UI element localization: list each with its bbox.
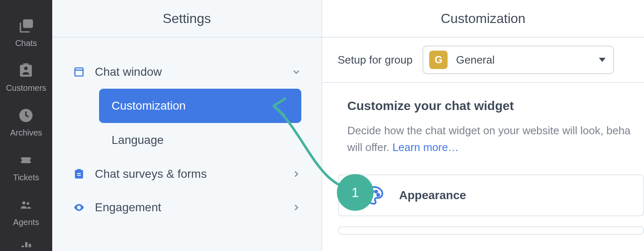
- rail-item-label: Chats: [15, 38, 37, 48]
- customers-icon: [18, 62, 34, 79]
- settings-title: Settings: [163, 11, 211, 26]
- group-name: General: [456, 54, 591, 67]
- palette-icon: [364, 185, 384, 205]
- group-badge: G: [429, 51, 448, 69]
- rail-item-tickets[interactable]: Tickets: [13, 152, 39, 182]
- main-header: Customization: [322, 0, 644, 38]
- rail-item-label: Customers: [6, 83, 46, 93]
- submenu-customization[interactable]: Customization: [99, 89, 301, 123]
- svg-point-2: [20, 159, 22, 161]
- nav-rail: Chats Customers Archives Tickets Agents: [0, 0, 52, 251]
- card-appearance[interactable]: Appearance: [338, 174, 644, 216]
- svg-point-3: [30, 159, 32, 161]
- desc-line-2: will offer.: [347, 141, 392, 154]
- archives-icon: [18, 107, 34, 124]
- submenu-label: Customization: [112, 99, 186, 113]
- svg-point-13: [371, 190, 373, 192]
- rail-item-agents[interactable]: Agents: [13, 197, 39, 227]
- category-chat-window[interactable]: Chat window: [52, 55, 321, 89]
- chevron-down-icon: [291, 67, 301, 77]
- rail-item-label: Tickets: [13, 173, 39, 182]
- section-heading: Customize your chat widget: [347, 99, 644, 113]
- section-description: Decide how the chat widget on your websi…: [347, 122, 644, 156]
- chevron-right-icon: [291, 169, 301, 179]
- rail-item-label: Archives: [10, 128, 42, 138]
- svg-point-5: [27, 202, 29, 205]
- category-label: Chat window: [95, 65, 281, 79]
- category-surveys[interactable]: Chat surveys & forms: [52, 157, 321, 191]
- svg-rect-8: [28, 244, 31, 247]
- group-row: Setup for group G General: [322, 38, 644, 83]
- card-label: Appearance: [399, 189, 466, 202]
- eye-icon: [73, 202, 85, 213]
- submenu-label: Language: [112, 133, 164, 147]
- svg-point-15: [377, 194, 379, 196]
- agents-icon: [18, 197, 34, 213]
- chevron-right-icon: [291, 202, 301, 213]
- chats-icon: [18, 18, 35, 34]
- category-label: Chat surveys & forms: [95, 167, 281, 181]
- category-engagement[interactable]: Engagement: [52, 191, 321, 224]
- group-select[interactable]: G General: [423, 46, 614, 74]
- svg-rect-6: [21, 246, 24, 247]
- learn-more-link[interactable]: Learn more…: [392, 141, 459, 154]
- tickets-icon: [18, 152, 34, 169]
- settings-sidebar: Settings Chat window Customization Langu…: [52, 0, 322, 251]
- rail-item-archives[interactable]: Archives: [10, 107, 42, 138]
- bar-chart-icon: [18, 240, 35, 247]
- svg-rect-7: [25, 242, 28, 247]
- rail-item-customers[interactable]: Customers: [6, 62, 46, 93]
- window-icon: [73, 66, 85, 78]
- rail-item-label: Agents: [13, 218, 39, 227]
- page-title: Customization: [441, 11, 526, 26]
- svg-point-4: [23, 201, 26, 205]
- rail-item-chats[interactable]: Chats: [15, 18, 37, 48]
- caret-down-icon: [599, 58, 606, 62]
- group-label: Setup for group: [338, 54, 412, 67]
- settings-header: Settings: [52, 0, 321, 38]
- svg-rect-9: [75, 68, 83, 76]
- svg-point-14: [375, 190, 377, 192]
- rail-item-more[interactable]: [18, 240, 35, 247]
- svg-point-11: [78, 207, 80, 209]
- clipboard-icon: [73, 168, 85, 180]
- category-label: Engagement: [95, 201, 281, 214]
- main-panel: Customization Setup for group G General …: [322, 0, 644, 251]
- svg-point-12: [369, 194, 371, 196]
- card-next[interactable]: [338, 226, 644, 235]
- submenu-language[interactable]: Language: [99, 123, 301, 157]
- svg-rect-1: [21, 157, 31, 163]
- desc-line-1: Decide how the chat widget on your websi…: [347, 124, 631, 137]
